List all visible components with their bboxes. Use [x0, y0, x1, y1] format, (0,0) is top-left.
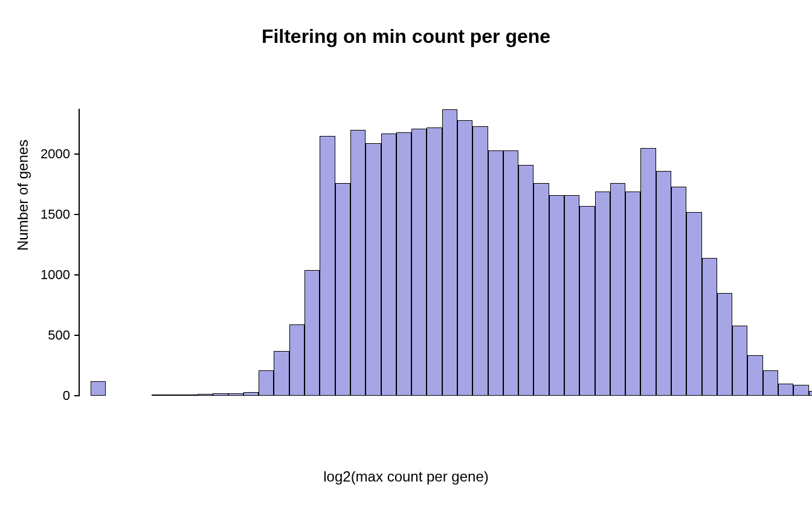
- y-axis-line: [79, 109, 80, 396]
- chart-title: Filtering on min count per gene: [0, 25, 812, 48]
- histogram-bar: [427, 127, 442, 396]
- histogram-bar: [533, 183, 549, 396]
- histogram-bar: [503, 150, 518, 396]
- histogram-bar: [152, 395, 167, 396]
- histogram-bar: [320, 136, 335, 396]
- histogram-bar: [396, 132, 411, 396]
- histogram-bar: [518, 165, 533, 396]
- histogram-bar: [243, 392, 259, 396]
- histogram-bar: [335, 183, 350, 396]
- histogram-bar: [488, 150, 503, 396]
- y-tick: [74, 274, 80, 276]
- histogram-bar: [228, 393, 243, 396]
- histogram-bar: [411, 129, 427, 396]
- y-tick-label: 1500: [40, 207, 70, 222]
- histogram-bar: [457, 120, 472, 396]
- histogram-bar: [167, 395, 182, 396]
- y-tick: [74, 214, 80, 215]
- histogram-bar: [259, 370, 274, 396]
- y-tick: [74, 335, 80, 336]
- histogram-bar: [366, 143, 381, 396]
- y-axis-label: Number of genes: [14, 140, 31, 251]
- histogram-bar: [778, 384, 793, 396]
- histogram-bar: [289, 324, 304, 396]
- y-tick: [74, 153, 80, 155]
- histogram-bar: [91, 381, 106, 396]
- histogram-bar: [747, 355, 762, 396]
- histogram-bar: [579, 206, 594, 396]
- histogram-bar: [213, 393, 228, 396]
- histogram-bar: [442, 109, 457, 396]
- histogram-bars: [91, 106, 767, 396]
- histogram-bar: [809, 391, 812, 396]
- plot-area: [91, 106, 767, 396]
- histogram-bar: [610, 183, 625, 396]
- histogram-bar: [671, 187, 686, 396]
- y-tick-label: 500: [48, 327, 70, 343]
- histogram-bar: [472, 126, 488, 396]
- histogram-bar: [304, 270, 320, 396]
- histogram-bar: [381, 134, 396, 396]
- histogram-bar: [198, 394, 213, 396]
- histogram-bar: [625, 192, 640, 396]
- y-tick: [74, 395, 80, 396]
- histogram-bar: [640, 148, 656, 396]
- histogram-bar: [686, 212, 701, 396]
- y-tick-label: 0: [63, 388, 70, 404]
- histogram-bar: [763, 370, 778, 396]
- x-axis-label: log2(max count per gene): [0, 468, 812, 485]
- y-tick-label: 2000: [40, 146, 70, 162]
- histogram-bar: [732, 326, 747, 396]
- histogram-bar: [549, 195, 564, 396]
- y-tick-label: 1000: [40, 267, 70, 283]
- histogram-bar: [274, 351, 289, 396]
- histogram-bar: [182, 395, 198, 396]
- histogram-bar: [350, 130, 366, 396]
- histogram-bar: [564, 195, 579, 396]
- histogram-bar: [717, 293, 732, 396]
- histogram-bar: [702, 258, 717, 396]
- histogram-bar: [793, 385, 808, 396]
- histogram-bar: [656, 171, 671, 396]
- histogram-bar: [595, 192, 610, 396]
